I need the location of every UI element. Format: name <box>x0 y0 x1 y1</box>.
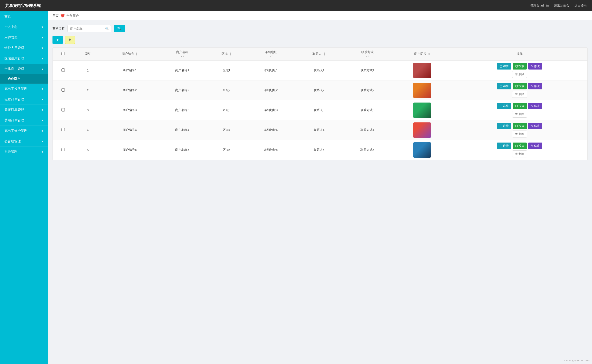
sidebar-label-rental-order: 租赁订单管理 <box>4 97 24 101</box>
cell-checkbox <box>53 100 73 120</box>
sidebar-label-region: 区域信息管理 <box>4 56 24 61</box>
action-row-top-5: ▢ 详情 ▢ 投放 ✎ 修改 <box>497 143 542 149</box>
btn-edit-1[interactable]: ✎ 修改 <box>528 63 542 70</box>
col-address[interactable]: 详细地址 ▲▼ <box>246 48 296 61</box>
col-action: 操作 <box>452 48 587 61</box>
action-row-bottom-5: 🗑 删除 <box>512 150 527 157</box>
col-merchant-name[interactable]: 商户名称 ▲▼ <box>157 48 207 61</box>
action-row-top-1: ▢ 详情 ▢ 投放 ✎ 修改 <box>497 63 542 70</box>
sidebar-item-home[interactable]: 首页 <box>0 11 48 22</box>
btn-frontend[interactable]: 退出到前台 <box>554 4 569 8</box>
row-checkbox-2[interactable] <box>61 88 65 91</box>
cell-index: 1 <box>73 61 102 80</box>
chevron-down-icon: ▼ <box>41 140 44 143</box>
col-contact[interactable]: 联系人 ▲▼ <box>296 48 343 61</box>
breadcrumb-home[interactable]: 首页 <box>52 14 59 18</box>
merchant-image-3 <box>413 103 431 118</box>
sidebar-item-return-order[interactable]: 归还订单管理 ▼ <box>0 105 48 115</box>
table-row: 2 商户编号2 商户名称2 区域2 详细地址2 联系人2 联系方式2 ▢ 详情 … <box>53 80 587 100</box>
btn-logout[interactable]: 退出登录 <box>574 4 587 8</box>
cell-index: 2 <box>73 80 102 100</box>
cell-image <box>392 140 452 160</box>
btn-detail-3[interactable]: ▢ 详情 <box>497 103 511 109</box>
sidebar-item-charger-maintain[interactable]: 充电宝维护管理 ▼ <box>0 126 48 136</box>
btn-detail-4[interactable]: ▢ 详情 <box>497 123 511 129</box>
breadcrumb: 首页 ❤️ 合作商户 <box>48 11 592 20</box>
btn-delete-2[interactable]: 🗑 删除 <box>512 91 527 98</box>
btn-delete-5[interactable]: 🗑 删除 <box>512 150 527 157</box>
btn-edit-3[interactable]: ✎ 修改 <box>528 103 542 109</box>
sidebar-item-notice[interactable]: 公告栏管理 ▼ <box>0 136 48 147</box>
action-group-1: ▢ 详情 ▢ 投放 ✎ 修改 🗑 删除 <box>454 63 585 78</box>
sidebar-item-fee-order[interactable]: 费用订单管理 ▼ <box>0 115 48 126</box>
row-checkbox-3[interactable] <box>61 108 65 111</box>
sidebar-sub-item-merchant-list[interactable]: 合作商户 <box>0 74 48 84</box>
cell-contact-method: 联系方式2 <box>343 80 392 100</box>
cell-address: 详细地址1 <box>246 61 296 80</box>
row-checkbox-1[interactable] <box>61 68 65 72</box>
btn-delete-4[interactable]: 🗑 删除 <box>512 130 527 137</box>
main-content: 首页 ❤️ 合作商户 商户名称 🔍 🔍 + 🗑 <box>48 11 592 364</box>
sort-arrows-region: ▲▼ <box>229 52 231 56</box>
btn-deploy-3[interactable]: ▢ 投放 <box>513 103 527 109</box>
btn-delete-1[interactable]: 🗑 删除 <box>512 71 527 78</box>
sidebar-item-maintenance[interactable]: 维护人员管理 ▼ <box>0 43 48 53</box>
action-group-2: ▢ 详情 ▢ 投放 ✎ 修改 🗑 删除 <box>454 83 585 98</box>
sidebar-label-return-order: 归还订单管理 <box>4 108 24 112</box>
btn-edit-5[interactable]: ✎ 修改 <box>528 143 542 149</box>
sidebar-item-region[interactable]: 区域信息管理 ▼ <box>0 53 48 64</box>
col-merchant-id[interactable]: 商户编号 ▲▼ <box>102 48 157 61</box>
cell-region: 区域2 <box>207 80 246 100</box>
chevron-down-icon: ▼ <box>41 130 44 132</box>
sidebar-item-user-mgmt[interactable]: 用户管理 ▼ <box>0 32 48 43</box>
sidebar-item-merchant[interactable]: 合作商户管理 ▲ <box>0 64 48 74</box>
col-region[interactable]: 区域 ▲▼ <box>207 48 246 61</box>
chevron-down-icon: ▼ <box>41 108 44 111</box>
cell-contact: 联系人2 <box>296 80 343 100</box>
col-image[interactable]: 商户图片 ▲▼ <box>392 48 452 61</box>
btn-edit-4[interactable]: ✎ 修改 <box>528 123 542 129</box>
cell-action: ▢ 详情 ▢ 投放 ✎ 修改 🗑 删除 <box>452 120 587 140</box>
search-button[interactable]: 🔍 <box>114 25 125 32</box>
sidebar-label-charger-maintain: 充电宝维护管理 <box>4 129 27 133</box>
sort-arrows-contact: ▲▼ <box>324 52 325 56</box>
action-group-5: ▢ 详情 ▢ 投放 ✎ 修改 🗑 删除 <box>454 143 585 157</box>
search-input[interactable] <box>67 25 111 32</box>
btn-edit-2[interactable]: ✎ 修改 <box>528 83 542 89</box>
action-group-4: ▢ 详情 ▢ 投放 ✎ 修改 🗑 删除 <box>454 123 585 137</box>
table-row: 4 商户编号4 商户名称4 区域4 详细地址4 联系人4 联系方式4 ▢ 详情 … <box>53 120 587 140</box>
action-row-top-4: ▢ 详情 ▢ 投放 ✎ 修改 <box>497 123 542 129</box>
sidebar-item-charger-deploy[interactable]: 充电宝投放管理 ▼ <box>0 84 48 94</box>
btn-deploy-1[interactable]: ▢ 投放 <box>513 63 527 70</box>
sidebar-label-merchant: 合作商户管理 <box>4 67 24 71</box>
cell-contact-method: 联系方式1 <box>343 61 392 80</box>
btn-deploy-4[interactable]: ▢ 投放 <box>513 123 527 129</box>
btn-delete-3[interactable]: 🗑 删除 <box>512 111 527 118</box>
sidebar-item-rental-order[interactable]: 租赁订单管理 ▼ <box>0 94 48 105</box>
sidebar: 首页 个人中心 ▼ 用户管理 ▼ 维护人员管理 ▼ 区域信息管理 ▼ 合作商户管… <box>0 11 48 364</box>
header: 共享充电宝管理系统 管理员 admin 退出到前台 退出登录 <box>0 0 592 11</box>
btn-deploy-5[interactable]: ▢ 投放 <box>513 143 527 149</box>
layout: 首页 个人中心 ▼ 用户管理 ▼ 维护人员管理 ▼ 区域信息管理 ▼ 合作商户管… <box>0 11 592 364</box>
cell-checkbox <box>53 80 73 100</box>
btn-detail-1[interactable]: ▢ 详情 <box>497 63 511 70</box>
btn-deploy-2[interactable]: ▢ 投放 <box>513 83 527 89</box>
batch-delete-button[interactable]: 🗑 <box>65 36 75 44</box>
cell-contact: 联系人5 <box>296 140 343 160</box>
row-checkbox-4[interactable] <box>61 128 65 131</box>
select-all-checkbox[interactable] <box>61 52 65 55</box>
cell-merchant-id: 商户编号4 <box>102 120 157 140</box>
sidebar-item-personal[interactable]: 个人中心 ▼ <box>0 22 48 32</box>
cell-address: 详细地址5 <box>246 140 296 160</box>
action-row-bottom-3: 🗑 删除 <box>512 111 527 118</box>
btn-detail-2[interactable]: ▢ 详情 <box>497 83 511 89</box>
btn-detail-5[interactable]: ▢ 详情 <box>497 143 511 149</box>
sidebar-item-system[interactable]: 系统管理 ▼ <box>0 147 48 157</box>
chevron-down-icon: ▼ <box>41 98 44 101</box>
search-input-wrap: 🔍 <box>67 25 111 32</box>
col-contact-method[interactable]: 联系方式 ▲▼ <box>343 48 392 61</box>
cell-merchant-id: 商户编号3 <box>102 100 157 120</box>
add-button[interactable]: + <box>52 36 63 44</box>
sidebar-sub-merchant: 合作商户 <box>0 74 48 84</box>
row-checkbox-5[interactable] <box>61 148 65 151</box>
